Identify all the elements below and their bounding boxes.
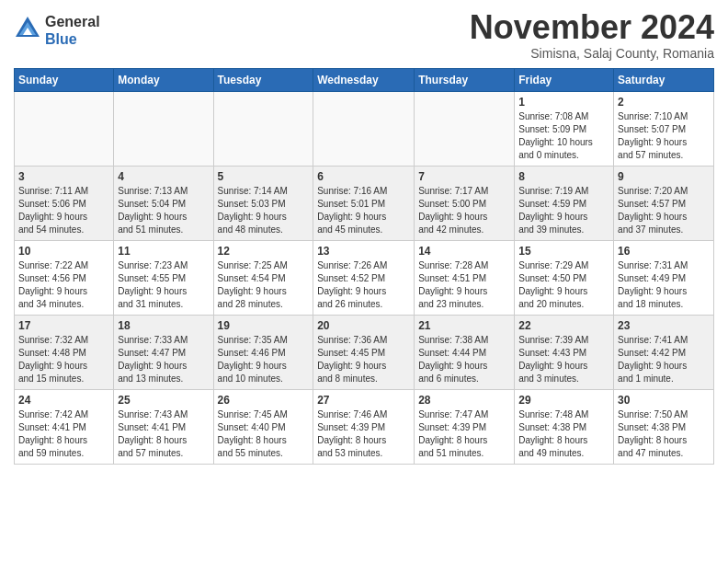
day-detail: Sunrise: 7:43 AM Sunset: 4:41 PM Dayligh… — [118, 408, 209, 460]
day-detail: Sunrise: 7:31 AM Sunset: 4:49 PM Dayligh… — [618, 259, 710, 311]
day-number: 11 — [118, 245, 209, 258]
calendar-cell: 25Sunrise: 7:43 AM Sunset: 4:41 PM Dayli… — [114, 389, 213, 464]
day-detail: Sunrise: 7:35 AM Sunset: 4:46 PM Dayligh… — [218, 334, 310, 385]
calendar-cell: 3Sunrise: 7:11 AM Sunset: 5:06 PM Daylig… — [15, 166, 114, 240]
calendar-cell: 20Sunrise: 7:36 AM Sunset: 4:45 PM Dayli… — [313, 315, 415, 389]
day-detail: Sunrise: 7:20 AM Sunset: 4:57 PM Dayligh… — [618, 185, 710, 236]
day-number: 17 — [18, 319, 109, 332]
day-detail: Sunrise: 7:32 AM Sunset: 4:48 PM Dayligh… — [18, 334, 109, 385]
calendar-cell — [114, 91, 213, 166]
day-number: 29 — [518, 394, 609, 407]
calendar-cell: 5Sunrise: 7:14 AM Sunset: 5:03 PM Daylig… — [213, 166, 313, 240]
day-number: 8 — [518, 170, 609, 183]
day-detail: Sunrise: 7:11 AM Sunset: 5:06 PM Dayligh… — [18, 185, 109, 236]
day-number: 12 — [218, 245, 310, 258]
calendar-cell: 24Sunrise: 7:42 AM Sunset: 4:41 PM Dayli… — [15, 389, 114, 464]
weekday-header-friday: Friday — [515, 68, 614, 91]
calendar-week-2: 3Sunrise: 7:11 AM Sunset: 5:06 PM Daylig… — [15, 166, 714, 240]
day-number: 3 — [18, 170, 109, 183]
day-number: 2 — [618, 96, 710, 109]
day-number: 20 — [317, 319, 410, 332]
logo-general: General — [45, 14, 100, 29]
weekday-header-monday: Monday — [114, 68, 213, 91]
day-detail: Sunrise: 7:47 AM Sunset: 4:39 PM Dayligh… — [418, 408, 510, 460]
day-number: 21 — [418, 319, 510, 332]
calendar-cell: 7Sunrise: 7:17 AM Sunset: 5:00 PM Daylig… — [415, 166, 515, 240]
day-number: 24 — [18, 394, 109, 407]
weekday-header-row: SundayMondayTuesdayWednesdayThursdayFrid… — [15, 68, 714, 91]
day-detail: Sunrise: 7:48 AM Sunset: 4:38 PM Dayligh… — [518, 408, 609, 460]
calendar-cell: 30Sunrise: 7:50 AM Sunset: 4:38 PM Dayli… — [614, 389, 714, 464]
calendar-cell: 27Sunrise: 7:46 AM Sunset: 4:39 PM Dayli… — [313, 389, 415, 464]
day-number: 5 — [218, 170, 310, 183]
day-number: 9 — [618, 170, 710, 183]
month-title: November 2024 — [470, 9, 714, 46]
day-number: 23 — [618, 319, 710, 332]
weekday-header-wednesday: Wednesday — [313, 68, 415, 91]
day-detail: Sunrise: 7:22 AM Sunset: 4:56 PM Dayligh… — [18, 259, 109, 311]
calendar-cell: 8Sunrise: 7:19 AM Sunset: 4:59 PM Daylig… — [515, 166, 614, 240]
day-number: 10 — [18, 245, 109, 258]
day-detail: Sunrise: 7:33 AM Sunset: 4:47 PM Dayligh… — [118, 334, 209, 385]
day-detail: Sunrise: 7:23 AM Sunset: 4:55 PM Dayligh… — [118, 259, 209, 311]
calendar-week-5: 24Sunrise: 7:42 AM Sunset: 4:41 PM Dayli… — [15, 389, 714, 464]
calendar-cell: 13Sunrise: 7:26 AM Sunset: 4:52 PM Dayli… — [313, 240, 415, 315]
day-number: 25 — [118, 394, 209, 407]
header: General Blue November 2024 Simisna, Sala… — [14, 9, 714, 61]
day-number: 16 — [618, 245, 710, 258]
day-detail: Sunrise: 7:38 AM Sunset: 4:44 PM Dayligh… — [418, 334, 510, 385]
calendar-cell: 28Sunrise: 7:47 AM Sunset: 4:39 PM Dayli… — [415, 389, 515, 464]
day-number: 18 — [118, 319, 209, 332]
day-detail: Sunrise: 7:42 AM Sunset: 4:41 PM Dayligh… — [18, 408, 109, 460]
day-number: 30 — [618, 394, 710, 407]
day-number: 19 — [218, 319, 310, 332]
day-detail: Sunrise: 7:28 AM Sunset: 4:51 PM Dayligh… — [418, 259, 510, 311]
calendar-cell: 19Sunrise: 7:35 AM Sunset: 4:46 PM Dayli… — [213, 315, 313, 389]
day-number: 15 — [518, 245, 609, 258]
day-detail: Sunrise: 7:14 AM Sunset: 5:03 PM Dayligh… — [218, 185, 310, 236]
calendar-cell: 26Sunrise: 7:45 AM Sunset: 4:40 PM Dayli… — [213, 389, 313, 464]
day-detail: Sunrise: 7:17 AM Sunset: 5:00 PM Dayligh… — [418, 185, 510, 236]
day-detail: Sunrise: 7:46 AM Sunset: 4:39 PM Dayligh… — [317, 408, 410, 460]
calendar-cell: 10Sunrise: 7:22 AM Sunset: 4:56 PM Dayli… — [15, 240, 114, 315]
calendar-cell: 15Sunrise: 7:29 AM Sunset: 4:50 PM Dayli… — [515, 240, 614, 315]
location-subtitle: Simisna, Salaj County, Romania — [470, 46, 714, 61]
day-detail: Sunrise: 7:25 AM Sunset: 4:54 PM Dayligh… — [218, 259, 310, 311]
day-detail: Sunrise: 7:41 AM Sunset: 4:42 PM Dayligh… — [618, 334, 710, 385]
day-detail: Sunrise: 7:29 AM Sunset: 4:50 PM Dayligh… — [518, 259, 609, 311]
calendar-cell: 21Sunrise: 7:38 AM Sunset: 4:44 PM Dayli… — [415, 315, 515, 389]
day-detail: Sunrise: 7:45 AM Sunset: 4:40 PM Dayligh… — [218, 408, 310, 460]
weekday-header-tuesday: Tuesday — [213, 68, 313, 91]
weekday-header-thursday: Thursday — [415, 68, 515, 91]
logo-blue: Blue — [45, 31, 77, 47]
calendar-cell: 29Sunrise: 7:48 AM Sunset: 4:38 PM Dayli… — [515, 389, 614, 464]
calendar-cell: 11Sunrise: 7:23 AM Sunset: 4:55 PM Dayli… — [114, 240, 213, 315]
day-detail: Sunrise: 7:08 AM Sunset: 5:09 PM Dayligh… — [518, 110, 609, 162]
logo-icon — [14, 15, 41, 40]
calendar-table: SundayMondayTuesdayWednesdayThursdayFrid… — [14, 68, 714, 465]
day-number: 7 — [418, 170, 510, 183]
calendar-cell: 23Sunrise: 7:41 AM Sunset: 4:42 PM Dayli… — [614, 315, 714, 389]
logo-text: General Blue — [45, 13, 100, 48]
day-number: 26 — [218, 394, 310, 407]
logo: General Blue — [14, 13, 100, 48]
weekday-header-sunday: Sunday — [15, 68, 114, 91]
day-number: 14 — [418, 245, 510, 258]
calendar-week-4: 17Sunrise: 7:32 AM Sunset: 4:48 PM Dayli… — [15, 315, 714, 389]
calendar-cell: 14Sunrise: 7:28 AM Sunset: 4:51 PM Dayli… — [415, 240, 515, 315]
day-detail: Sunrise: 7:10 AM Sunset: 5:07 PM Dayligh… — [618, 110, 710, 162]
page: General Blue November 2024 Simisna, Sala… — [0, 0, 728, 563]
calendar-cell — [313, 91, 415, 166]
day-detail: Sunrise: 7:39 AM Sunset: 4:43 PM Dayligh… — [518, 334, 609, 385]
calendar-week-1: 1Sunrise: 7:08 AM Sunset: 5:09 PM Daylig… — [15, 91, 714, 166]
weekday-header-saturday: Saturday — [614, 68, 714, 91]
day-number: 1 — [518, 96, 609, 109]
calendar-cell: 6Sunrise: 7:16 AM Sunset: 5:01 PM Daylig… — [313, 166, 415, 240]
calendar-cell: 22Sunrise: 7:39 AM Sunset: 4:43 PM Dayli… — [515, 315, 614, 389]
calendar-week-3: 10Sunrise: 7:22 AM Sunset: 4:56 PM Dayli… — [15, 240, 714, 315]
calendar-cell — [415, 91, 515, 166]
calendar-cell: 18Sunrise: 7:33 AM Sunset: 4:47 PM Dayli… — [114, 315, 213, 389]
calendar-cell: 17Sunrise: 7:32 AM Sunset: 4:48 PM Dayli… — [15, 315, 114, 389]
calendar-cell: 16Sunrise: 7:31 AM Sunset: 4:49 PM Dayli… — [614, 240, 714, 315]
title-block: November 2024 Simisna, Salaj County, Rom… — [470, 9, 714, 61]
